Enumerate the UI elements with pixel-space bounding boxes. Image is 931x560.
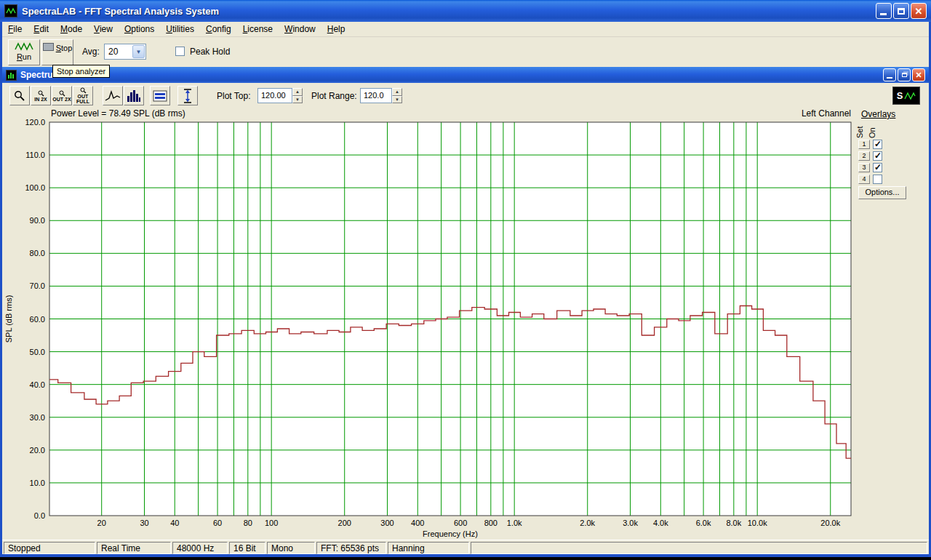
svg-text:20.0: 20.0 <box>30 446 45 455</box>
menu-item-config[interactable]: Config <box>200 22 237 36</box>
status-bar: StoppedReal Time48000 Hz16 BitMonoFFT: 6… <box>2 540 929 554</box>
window-title: SpectraLAB - FFT Spectral Analysis Syste… <box>22 6 876 17</box>
menu-item-window[interactable]: Window <box>279 22 321 36</box>
svg-text:20.0k: 20.0k <box>820 519 840 527</box>
svg-text:3.0k: 3.0k <box>623 519 638 527</box>
plot-range-input[interactable]: 120.0 <box>360 88 392 103</box>
zoom-out-full-button[interactable]: OUT FULL <box>73 86 93 105</box>
spectrum-minimize-button[interactable] <box>883 68 896 81</box>
zoom-in-2x-button[interactable]: IN 2X <box>31 86 51 105</box>
spectrum-title-bar: Spectrum ✕ <box>2 67 929 83</box>
stop-button[interactable]: Stop <box>41 39 73 65</box>
svg-text:20: 20 <box>97 519 106 527</box>
waveform-icon <box>15 41 33 51</box>
overlay-on-checkbox-3[interactable] <box>873 163 882 172</box>
search-icon <box>38 90 44 97</box>
spinner-up-icon[interactable]: ▲ <box>292 88 303 96</box>
overlay-on-checkbox-1[interactable] <box>873 140 882 149</box>
svg-text:1.0k: 1.0k <box>507 519 522 527</box>
svg-text:0.0: 0.0 <box>34 511 45 520</box>
zoom-button[interactable] <box>9 86 30 105</box>
svg-text:70.0: 70.0 <box>30 281 45 290</box>
vertical-scale-icon <box>183 89 193 103</box>
svg-text:SPL (dB rms): SPL (dB rms) <box>4 295 13 343</box>
status-panel-5: FFT: 65536 pts <box>316 542 386 554</box>
overlay-options-button[interactable]: Options... <box>858 186 906 199</box>
svg-text:80: 80 <box>244 519 252 527</box>
overlay-on-checkbox-4[interactable] <box>873 175 882 184</box>
svg-text:2.0k: 2.0k <box>580 519 595 527</box>
menu-item-mode[interactable]: Mode <box>55 22 88 36</box>
spinner-down-icon[interactable]: ▼ <box>292 96 303 104</box>
plot-range-spinner: ▲ ▼ <box>392 88 402 103</box>
overlay-on-checkbox-2[interactable] <box>873 151 882 161</box>
svg-text:40.0: 40.0 <box>30 380 45 389</box>
chevron-down-icon[interactable]: ▼ <box>132 45 145 58</box>
zoom-out-2x-button[interactable]: OUT 2X <box>52 86 72 105</box>
tooltip-stop-analyzer: Stop analyzer <box>52 65 110 78</box>
maximize-button[interactable] <box>893 3 909 19</box>
menu-item-utilities[interactable]: Utilities <box>160 22 200 36</box>
title-bar: SpectraLAB - FFT Spectral Analysis Syste… <box>0 0 931 22</box>
status-panel-6: Hanning <box>388 542 469 554</box>
bar-chart-icon <box>127 89 141 103</box>
svg-text:30.0: 30.0 <box>30 413 45 422</box>
display-mode-button[interactable] <box>150 86 170 105</box>
spectrum-plot[interactable]: 20304060801002003004006008001.0k2.0k3.0k… <box>0 116 855 538</box>
menu-item-edit[interactable]: Edit <box>28 22 55 36</box>
run-button[interactable]: Run <box>8 39 40 65</box>
overlay-set-button-2[interactable]: 2 <box>858 151 870 161</box>
overlay-set-button-4[interactable]: 4 <box>858 175 870 184</box>
svg-text:Frequency (Hz): Frequency (Hz) <box>423 529 478 538</box>
overlay-col-on: On <box>868 127 876 138</box>
overlay-row: 2 <box>858 150 882 161</box>
svg-text:600: 600 <box>454 519 467 527</box>
search-icon <box>80 87 87 94</box>
menu-item-help[interactable]: Help <box>321 22 351 36</box>
avg-dropdown[interactable]: 20 ▼ <box>104 44 146 60</box>
search-icon <box>59 90 65 97</box>
overlay-set-button-1[interactable]: 1 <box>858 140 870 149</box>
overlays-panel: Overlays Set On 1234 Options... <box>857 109 925 204</box>
overlay-row: 4 <box>858 173 882 185</box>
svg-text:60.0: 60.0 <box>30 315 45 324</box>
peak-hold-checkbox[interactable] <box>175 47 185 56</box>
spectrum-restore-button[interactable] <box>898 68 911 81</box>
plot-range-label: Plot Range: <box>311 91 357 101</box>
svg-text:300: 300 <box>380 519 393 527</box>
svg-text:8.0k: 8.0k <box>726 519 741 527</box>
plot-top-input[interactable]: 120.00 <box>257 88 292 103</box>
spinner-up-icon[interactable]: ▲ <box>392 88 402 96</box>
menu-item-options[interactable]: Options <box>119 22 160 36</box>
overlays-title: Overlays <box>861 109 895 119</box>
menu-item-file[interactable]: File <box>2 22 28 36</box>
menu-item-license[interactable]: License <box>237 22 279 36</box>
status-panel-2: 48000 Hz <box>172 542 228 554</box>
amplitude-scale-button[interactable] <box>177 86 198 105</box>
stop-icon <box>43 43 54 51</box>
bar-plot-button[interactable] <box>124 86 144 105</box>
status-panel-1: Real Time <box>97 542 171 554</box>
svg-text:110.0: 110.0 <box>25 151 45 159</box>
svg-text:10.0: 10.0 <box>30 479 45 487</box>
line-plot-button[interactable] <box>103 86 123 105</box>
svg-text:6.0k: 6.0k <box>696 519 711 527</box>
spectrum-close-button[interactable]: ✕ <box>912 68 925 81</box>
close-icon: ✕ <box>915 71 922 79</box>
spinner-down-icon[interactable]: ▼ <box>392 96 402 104</box>
svg-text:200: 200 <box>338 519 351 527</box>
close-icon: ✕ <box>915 7 923 16</box>
status-panel-empty <box>471 542 927 554</box>
restore-icon <box>902 73 907 77</box>
spectrum-toolbar: IN 2X OUT 2X OUT FULL Plot Top: 120.00 ▲… <box>2 83 929 109</box>
menu-item-view[interactable]: View <box>88 22 119 36</box>
svg-text:90.0: 90.0 <box>30 216 45 225</box>
minimize-button[interactable] <box>876 3 892 19</box>
zoom-in-2x-label: IN 2X <box>31 97 50 102</box>
plot-top-label: Plot Top: <box>217 91 250 101</box>
close-button[interactable]: ✕ <box>911 3 927 19</box>
overlay-set-button-3[interactable]: 3 <box>858 163 870 172</box>
overlay-row: 1 <box>858 138 882 150</box>
status-panel-4: Mono <box>267 542 315 554</box>
svg-text:30: 30 <box>140 519 148 527</box>
